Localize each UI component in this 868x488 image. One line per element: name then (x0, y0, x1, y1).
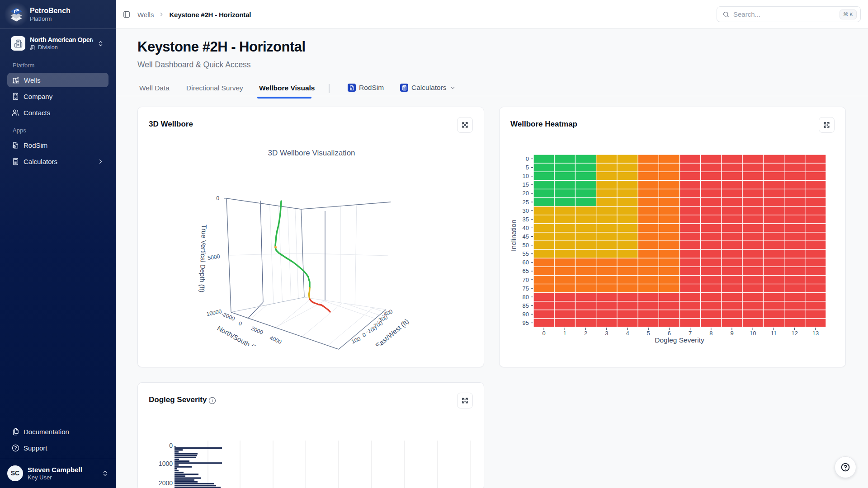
svg-text:5: 5 (647, 330, 650, 337)
svg-text:100: 100 (350, 336, 361, 345)
svg-text:55: 55 (523, 250, 529, 257)
svg-text:90: 90 (523, 311, 529, 318)
svg-text:5: 5 (526, 164, 529, 171)
svg-text:12: 12 (791, 330, 797, 337)
svg-text:0: 0 (526, 155, 529, 162)
svg-text:15: 15 (523, 181, 529, 188)
svg-text:0: 0 (238, 320, 243, 328)
svg-text:6: 6 (668, 330, 671, 337)
svg-text:8: 8 (709, 330, 712, 337)
svg-text:2000: 2000 (159, 479, 173, 487)
svg-text:95: 95 (523, 319, 529, 326)
svg-text:-100: -100 (365, 325, 377, 335)
svg-text:65: 65 (523, 267, 529, 274)
svg-text:2: 2 (584, 330, 587, 337)
svg-text:1: 1 (563, 330, 566, 337)
svg-text:10000: 10000 (206, 308, 222, 317)
svg-text:0: 0 (216, 195, 219, 202)
svg-text:10: 10 (750, 330, 756, 337)
svg-text:45: 45 (523, 233, 529, 240)
svg-text:7: 7 (689, 330, 692, 337)
svg-text:9: 9 (730, 330, 733, 337)
svg-text:5000: 5000 (207, 253, 220, 261)
svg-text:50: 50 (523, 242, 529, 249)
svg-text:Dogleg Severity: Dogleg Severity (655, 336, 704, 344)
svg-text:Inclination: Inclination (509, 220, 517, 251)
svg-text:85: 85 (523, 302, 529, 309)
svg-text:75: 75 (523, 285, 529, 292)
svg-text:10: 10 (523, 173, 529, 179)
svg-text:0: 0 (542, 330, 545, 337)
svg-text:4000: 4000 (269, 334, 283, 345)
svg-text:25: 25 (523, 199, 529, 206)
svg-text:3D Wellbore Visualization: 3D Wellbore Visualization (268, 149, 355, 157)
svg-text:60: 60 (523, 259, 529, 266)
svg-text:True Vertical Depth (ft): True Vertical Depth (ft) (198, 225, 208, 293)
svg-text:3: 3 (605, 330, 608, 337)
svg-text:40: 40 (523, 225, 529, 231)
svg-text:11: 11 (771, 330, 777, 337)
svg-text:2000: 2000 (250, 325, 264, 336)
svg-text:-2000: -2000 (220, 311, 236, 323)
svg-text:4: 4 (626, 330, 629, 337)
svg-text:1000: 1000 (159, 460, 173, 467)
svg-text:0: 0 (169, 442, 173, 449)
svg-text:80: 80 (523, 294, 529, 300)
svg-text:70: 70 (523, 277, 529, 283)
svg-text:20: 20 (523, 190, 529, 197)
svg-text:35: 35 (523, 216, 529, 223)
svg-text:30: 30 (523, 207, 529, 214)
svg-text:13: 13 (812, 330, 819, 337)
